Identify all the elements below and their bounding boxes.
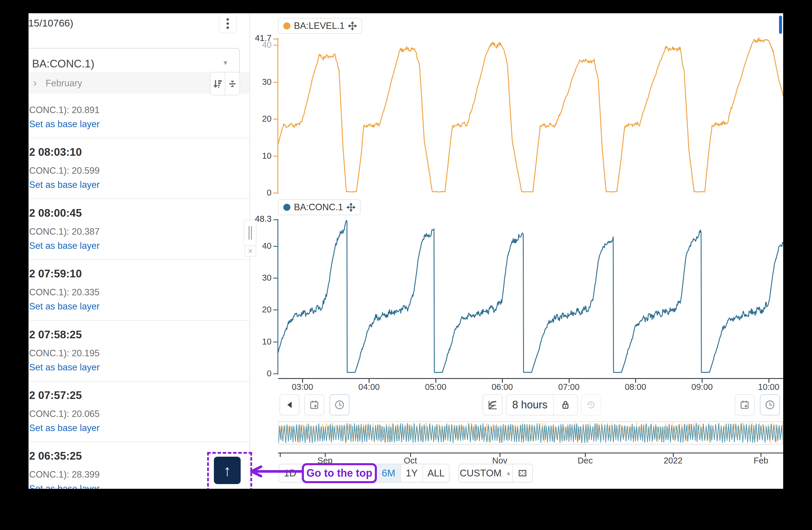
x-tick-label: 04:00 (354, 382, 383, 392)
y-tick (273, 246, 278, 247)
x-tick-label: 05:00 (421, 382, 450, 392)
calendar-left-button[interactable] (304, 394, 324, 416)
move-icon[interactable] (348, 22, 357, 30)
x-tick-label: 03:00 (288, 382, 317, 392)
clock-icon (334, 400, 345, 410)
trend-view: BA:LEVEL.1 BA:CONC.1 01020304041.7010203… (29, 13, 783, 489)
conc-y-axis (277, 219, 278, 375)
y-tick-label: 20 (249, 305, 272, 315)
series-color-dot (283, 23, 290, 29)
legend-conc[interactable]: BA:CONC.1 (278, 199, 361, 215)
legend-level[interactable]: BA:LEVEL.1 (278, 18, 362, 34)
duration-control: 8 hours (506, 394, 578, 416)
month-label: 2022 (655, 456, 691, 465)
y-tick (273, 39, 278, 40)
duration-label[interactable]: 8 hours (507, 395, 553, 415)
y-max-label: 48.3 (249, 214, 272, 224)
calendar-right-button[interactable] (735, 394, 755, 416)
level-chart[interactable] (278, 37, 783, 194)
y-tick (273, 45, 278, 46)
move-icon[interactable] (347, 203, 356, 212)
conc-chart[interactable] (278, 218, 783, 375)
y-tick-label: 30 (249, 77, 272, 87)
overview-chart (279, 422, 782, 444)
fit-to-screen-button[interactable] (512, 464, 532, 482)
annotation-callout: Go to the top (302, 463, 377, 483)
range-button-all[interactable]: ALL (422, 464, 449, 482)
month-tick (280, 454, 281, 457)
pan-left-button[interactable] (279, 394, 300, 416)
custom-range-button[interactable]: CUSTOM ▲ (459, 464, 512, 482)
y-tick (273, 278, 278, 279)
x-tick-label: 09:00 (687, 382, 717, 392)
y-tick-label: 20 (249, 114, 272, 124)
vertical-scrollbar-thumb[interactable] (779, 16, 782, 34)
overview-strip[interactable] (278, 421, 783, 445)
month-label: Dec (567, 456, 603, 465)
arrow-up-icon: ↑ (223, 462, 231, 479)
custom-range-label: CUSTOM (460, 468, 501, 479)
y-tick-label: 0 (249, 188, 272, 198)
lock-duration-button[interactable] (553, 395, 577, 415)
clock-icon (765, 400, 775, 410)
range-button-6m[interactable]: 6M (376, 464, 401, 482)
time-x-axis (278, 378, 783, 379)
y-tick (273, 118, 278, 120)
fit-to-screen-icon (518, 468, 527, 478)
month-label: Feb (743, 456, 779, 465)
y-tick (273, 341, 278, 343)
x-tick-label: 07:00 (554, 382, 584, 392)
y-tick-label: 0 (249, 369, 272, 378)
x-tick-label: 08:00 (621, 382, 650, 392)
y-tick (273, 373, 278, 374)
history-button (581, 394, 601, 416)
y-tick (273, 219, 278, 220)
x-tick-label: 10:00 (754, 382, 783, 392)
clock-right-button[interactable] (760, 394, 780, 416)
calendar-icon (739, 400, 750, 410)
y-tick (273, 156, 278, 157)
compare-trends-button[interactable] (482, 394, 503, 416)
range-button-1y[interactable]: 1Y (401, 464, 422, 482)
y-tick-label: 30 (249, 273, 272, 283)
y-tick-label: 40 (249, 241, 272, 251)
caret-left-icon (286, 401, 293, 409)
series-label: BA:CONC.1 (294, 202, 343, 213)
caret-up-icon: ▲ (506, 470, 511, 476)
app-window: 315/10766) BA:CONC.1) ▼ › February (29, 13, 783, 489)
y-tick-label: 10 (249, 151, 272, 161)
lock-icon (561, 400, 570, 410)
compare-trends-icon (487, 399, 498, 410)
y-tick (273, 309, 278, 310)
history-icon (586, 400, 596, 410)
overview-x-axis (278, 452, 783, 454)
level-y-axis (277, 38, 278, 194)
series-label: BA:LEVEL.1 (294, 20, 345, 31)
go-to-top-button[interactable]: ↑ (214, 457, 241, 484)
y-max-label: 41.7 (249, 33, 272, 43)
custom-range-group: CUSTOM ▲ (458, 464, 533, 483)
annotation-label: Go to the top (307, 467, 373, 479)
clock-left-button[interactable] (330, 394, 349, 416)
calendar-icon (309, 400, 319, 410)
y-tick (273, 82, 278, 83)
x-tick-label: 06:00 (488, 382, 517, 392)
y-tick (273, 193, 278, 193)
y-tick-label: 10 (249, 337, 272, 347)
series-color-dot (283, 204, 290, 211)
annotation-arrow (247, 465, 303, 478)
